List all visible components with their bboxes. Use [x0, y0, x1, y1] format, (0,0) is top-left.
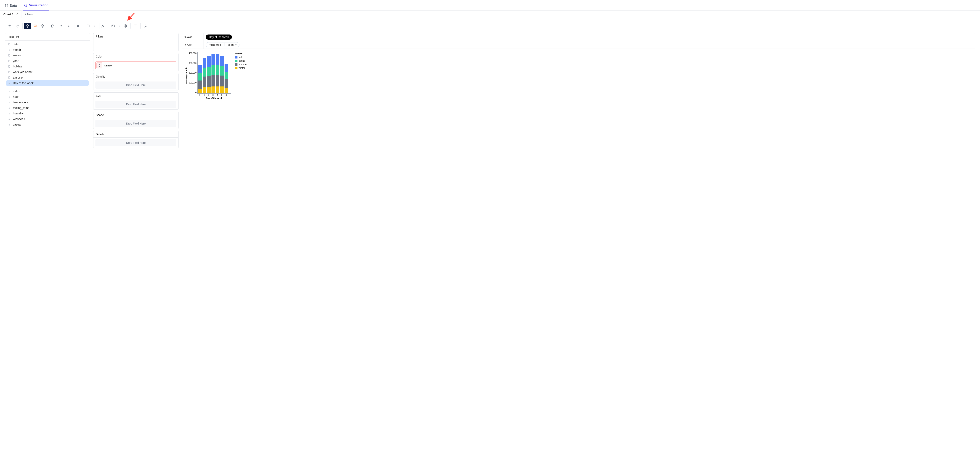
field-item[interactable]: #hour: [6, 94, 89, 100]
svg-rect-7: [134, 25, 137, 27]
x-tick: 3: [211, 94, 215, 96]
image-settings-button[interactable]: [117, 22, 121, 29]
bar[interactable]: [203, 58, 206, 94]
user-button[interactable]: [142, 22, 149, 29]
legend-items: fallspringsummerwinter: [235, 56, 247, 70]
x-axis-pill[interactable]: Day of the week: [206, 35, 232, 40]
field-item[interactable]: #winspeed: [6, 116, 89, 122]
field-item[interactable]: #casual: [6, 122, 89, 127]
size-dropzone[interactable]: Drop Field Here: [95, 101, 177, 108]
encoding-column: Filters Color season Opacity Drop Field …: [93, 33, 178, 148]
undo-button[interactable]: [6, 22, 13, 29]
bar[interactable]: [212, 54, 215, 94]
separator: [140, 24, 141, 29]
new-chart-tab[interactable]: + New: [21, 11, 36, 18]
bar-segment: [203, 76, 206, 87]
field-list-panel: Field List date#monthseasonyearholidaywo…: [5, 33, 90, 128]
y-tick: 200,000: [189, 72, 197, 74]
opacity-title: Opacity: [94, 73, 178, 80]
field-item[interactable]: year: [6, 58, 89, 64]
legend-label: spring: [239, 59, 245, 63]
tab-data[interactable]: Data: [4, 4, 18, 10]
legend-title: season: [235, 52, 247, 55]
field-item[interactable]: #temperature: [6, 100, 89, 105]
bar-segment: [220, 86, 224, 94]
cube-mode-button[interactable]: [24, 22, 31, 29]
field-item[interactable]: #month: [6, 47, 89, 52]
sort-desc-icon: [66, 24, 70, 28]
legend-item[interactable]: spring: [235, 59, 247, 63]
bar[interactable]: [216, 54, 220, 94]
field-item[interactable]: work yes or not: [6, 69, 89, 75]
axis-select-button[interactable]: [75, 22, 81, 29]
chart-tab-1[interactable]: Chart 1: [0, 11, 21, 18]
image-button[interactable]: [110, 22, 116, 29]
filters-block: Filters: [93, 33, 178, 51]
x-axis-value[interactable]: Day of the week: [204, 33, 975, 41]
bar[interactable]: [207, 56, 211, 94]
layers-button[interactable]: [39, 22, 46, 29]
field-label: Day of the week: [13, 81, 33, 85]
field-item[interactable]: #Day of the week: [6, 80, 89, 86]
x-tick: 2: [207, 94, 210, 96]
bar[interactable]: [220, 56, 224, 94]
y-axis-pill[interactable]: registered sum ▴▾: [206, 42, 239, 48]
comment-add-button[interactable]: [32, 22, 38, 29]
y-field-name: registered: [209, 43, 221, 46]
svg-point-8: [145, 25, 146, 26]
hash-icon: #: [8, 106, 11, 110]
field-label: am or pm: [13, 76, 25, 79]
filters-dropzone[interactable]: [94, 40, 178, 51]
legend-item[interactable]: winter: [235, 66, 247, 70]
opacity-dropzone[interactable]: Drop Field Here: [95, 81, 177, 89]
svg-point-4: [113, 25, 113, 26]
legend-swatch: [235, 60, 237, 62]
field-item[interactable]: #humidity: [6, 111, 89, 116]
bar-segment: [212, 75, 215, 87]
settings-button[interactable]: [122, 22, 129, 29]
gear-icon: [124, 24, 127, 28]
trash-icon: [98, 64, 101, 67]
bar[interactable]: [198, 65, 202, 94]
redo-button[interactable]: [14, 22, 21, 29]
tab-visualization[interactable]: Visualization: [23, 3, 49, 11]
x-axis-label: X-Axis: [182, 33, 204, 41]
edit-icon[interactable]: [15, 13, 18, 16]
field-item[interactable]: date: [6, 41, 89, 47]
details-dropzone[interactable]: Drop Field Here: [95, 139, 177, 146]
field-item[interactable]: season: [6, 52, 89, 58]
bar[interactable]: [224, 64, 228, 94]
display-settings-button[interactable]: [92, 22, 96, 29]
file-icon: [8, 70, 11, 73]
field-item[interactable]: #feeling_temp: [6, 105, 89, 111]
color-field-chip[interactable]: season: [95, 62, 177, 69]
sort-desc-button[interactable]: [64, 22, 71, 29]
database-icon: [5, 4, 8, 8]
refresh-button[interactable]: [49, 22, 56, 29]
y-axis-row: Y-Axis registered sum ▴▾: [182, 41, 975, 49]
bar-segment: [207, 87, 211, 94]
shape-dropzone[interactable]: Drop Field Here: [95, 120, 177, 127]
legend-item[interactable]: summer: [235, 63, 247, 66]
hash-icon: #: [8, 118, 11, 121]
filters-title: Filters: [94, 33, 178, 40]
chart-tab-1-label: Chart 1: [3, 13, 14, 16]
y-axis-value[interactable]: registered sum ▴▾: [204, 41, 975, 49]
field-list: date#monthseasonyearholidaywork yes or n…: [5, 41, 90, 128]
plot-area[interactable]: [197, 52, 231, 94]
field-item[interactable]: am or pm: [6, 75, 89, 80]
wrench-button[interactable]: [100, 22, 107, 29]
hash-icon: #: [8, 95, 11, 99]
legend-item[interactable]: fall: [235, 56, 247, 59]
code-button[interactable]: [132, 22, 139, 29]
image-icon: [111, 24, 115, 28]
expand-button[interactable]: [85, 22, 91, 29]
hash-icon: #: [8, 101, 11, 104]
y-agg-selector[interactable]: sum ▴▾: [228, 43, 236, 46]
field-list-title: Field List: [5, 33, 90, 41]
field-item[interactable]: holiday: [6, 64, 89, 69]
sort-asc-button[interactable]: [57, 22, 64, 29]
remove-color-field-button[interactable]: [96, 62, 102, 68]
y-axis-label: Y-Axis: [182, 41, 204, 49]
field-item[interactable]: #index: [6, 89, 89, 94]
